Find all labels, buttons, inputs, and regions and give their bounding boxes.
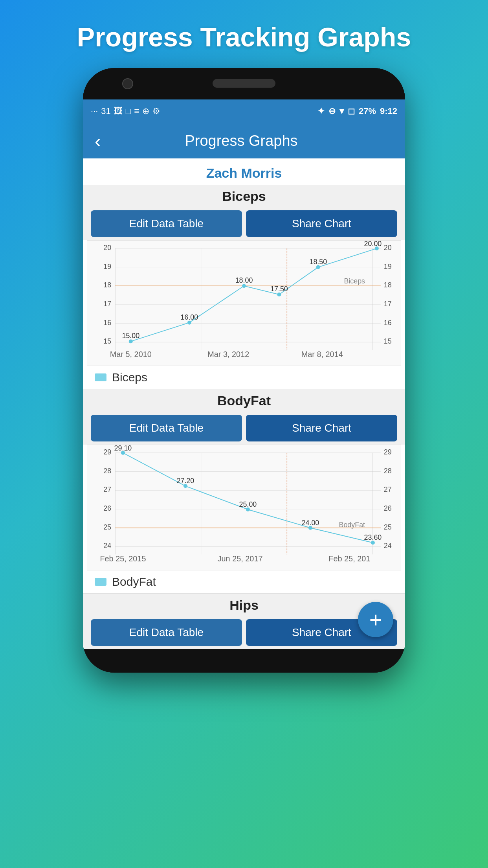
svg-text:25: 25: [384, 523, 392, 531]
svg-text:BodyFat: BodyFat: [339, 521, 365, 529]
fab-icon: +: [369, 607, 382, 633]
bodyfat-section: BodyFat Edit Data Table Share Chart: [83, 389, 405, 593]
svg-text:15: 15: [384, 337, 392, 345]
svg-text:Feb 25, 201: Feb 25, 201: [328, 554, 370, 563]
svg-point-24: [129, 339, 133, 343]
svg-text:Feb 25, 2015: Feb 25, 2015: [100, 554, 146, 563]
svg-text:26: 26: [103, 504, 111, 512]
back-button[interactable]: ‹: [95, 130, 101, 152]
bodyfat-legend-label: BodyFat: [112, 575, 156, 588]
biceps-chart-area: 20 19 18 17 16 15 20 19 18 17 16 15: [87, 240, 401, 366]
bodyfat-edit-btn[interactable]: Edit Data Table: [91, 415, 242, 441]
fab-button[interactable]: +: [358, 602, 393, 637]
user-name: Zach Morris: [83, 158, 405, 185]
svg-text:18.00: 18.00: [235, 276, 253, 284]
page-title: Progress Tracking Graphs: [77, 0, 411, 68]
svg-text:16: 16: [384, 319, 392, 327]
svg-text:27.20: 27.20: [177, 477, 194, 485]
phone-screen: ··· 31 🖼 □ ≡ ⊕ ⚙ ✦ ⊖ ▾ ◻ 27% 9:12 ‹ Prog…: [83, 99, 405, 649]
bodyfat-title: BodyFat: [83, 389, 405, 412]
svg-text:Mar 8, 2014: Mar 8, 2014: [301, 350, 343, 359]
svg-point-25: [187, 321, 191, 325]
svg-text:19: 19: [103, 263, 111, 270]
hips-title: Hips: [83, 594, 405, 616]
svg-text:15.00: 15.00: [122, 332, 139, 340]
svg-text:Biceps: Biceps: [344, 277, 365, 285]
bluetooth-icon: ✦: [317, 106, 325, 116]
status-icons-left: ··· 31 🖼 □ ≡ ⊕ ⚙: [91, 106, 160, 116]
svg-point-26: [242, 284, 246, 288]
bodyfat-share-btn[interactable]: Share Chart: [246, 415, 397, 441]
svg-text:20: 20: [384, 244, 392, 252]
svg-text:25: 25: [103, 523, 111, 531]
phone-speaker: [213, 79, 275, 88]
svg-text:Mar 3, 2012: Mar 3, 2012: [207, 350, 249, 359]
svg-text:26: 26: [384, 504, 392, 512]
svg-text:27: 27: [103, 485, 111, 493]
svg-text:Mar 5, 2010: Mar 5, 2010: [110, 350, 152, 359]
phone-camera: [122, 78, 133, 89]
svg-text:15: 15: [103, 337, 111, 345]
svg-text:24: 24: [384, 542, 392, 550]
svg-text:20.00: 20.00: [364, 241, 382, 248]
svg-text:23.60: 23.60: [364, 533, 382, 541]
svg-text:16: 16: [103, 319, 111, 327]
status-icon-globe: ⊕: [142, 106, 149, 116]
svg-text:20: 20: [103, 244, 111, 252]
biceps-title: Biceps: [83, 185, 405, 207]
screen-content: Zach Morris Biceps Edit Data Table Share…: [83, 158, 405, 649]
svg-text:29: 29: [103, 448, 111, 456]
bodyfat-legend-color: [95, 578, 106, 586]
svg-text:17: 17: [103, 300, 111, 308]
status-icon-dots2: ⚙: [152, 106, 160, 116]
svg-text:28: 28: [384, 467, 392, 475]
svg-text:Jun 25, 2017: Jun 25, 2017: [218, 554, 263, 563]
wifi-icon: ▾: [339, 106, 344, 116]
hips-edit-btn[interactable]: Edit Data Table: [91, 619, 242, 646]
status-icon-photo: 🖼: [114, 106, 123, 116]
svg-text:18.50: 18.50: [309, 258, 327, 266]
biceps-legend-color: [95, 373, 106, 381]
status-icon-calendar: 31: [101, 106, 110, 116]
bodyfat-legend: BodyFat: [83, 570, 405, 593]
svg-text:18: 18: [103, 281, 111, 289]
biceps-section: Biceps Edit Data Table Share Chart: [83, 185, 405, 389]
status-time: 9:12: [380, 106, 397, 116]
phone-frame: ··· 31 🖼 □ ≡ ⊕ ⚙ ✦ ⊖ ▾ ◻ 27% 9:12 ‹ Prog…: [83, 68, 405, 673]
svg-text:27: 27: [384, 485, 392, 493]
sim-icon: ◻: [348, 106, 355, 116]
status-icons-right: ✦ ⊖ ▾ ◻ 27% 9:12: [317, 106, 397, 116]
svg-text:24.00: 24.00: [302, 519, 319, 527]
biceps-share-btn[interactable]: Share Chart: [246, 210, 397, 237]
hips-section: Hips Edit Data Table Share Chart: [83, 594, 405, 649]
svg-text:19: 19: [384, 263, 392, 270]
biceps-legend: Biceps: [83, 366, 405, 389]
svg-point-28: [316, 265, 320, 269]
app-header: ‹ Progress Graphs: [83, 123, 405, 158]
bodyfat-chart-area: 29 28 27 26 25 24 29 28 27 26 25 24: [87, 445, 401, 570]
mute-icon: ⊖: [328, 106, 336, 116]
svg-point-27: [277, 292, 281, 296]
svg-text:17.50: 17.50: [270, 285, 288, 293]
status-icon-notes: ≡: [134, 106, 139, 116]
svg-text:28: 28: [103, 467, 111, 475]
svg-text:29.10: 29.10: [114, 445, 132, 452]
svg-text:16.00: 16.00: [181, 313, 198, 321]
header-title: Progress Graphs: [109, 132, 374, 149]
biceps-edit-btn[interactable]: Edit Data Table: [91, 210, 242, 237]
battery-pct: 27%: [359, 106, 376, 116]
svg-text:18: 18: [384, 281, 392, 289]
status-icon-square: □: [126, 106, 131, 116]
status-icon-dots: ···: [91, 106, 98, 116]
svg-text:17: 17: [384, 300, 392, 308]
status-bar: ··· 31 🖼 □ ≡ ⊕ ⚙ ✦ ⊖ ▾ ◻ 27% 9:12: [83, 99, 405, 123]
svg-text:24: 24: [103, 542, 111, 550]
svg-text:25.00: 25.00: [239, 500, 257, 508]
biceps-legend-label: Biceps: [112, 371, 147, 384]
svg-text:29: 29: [384, 448, 392, 456]
